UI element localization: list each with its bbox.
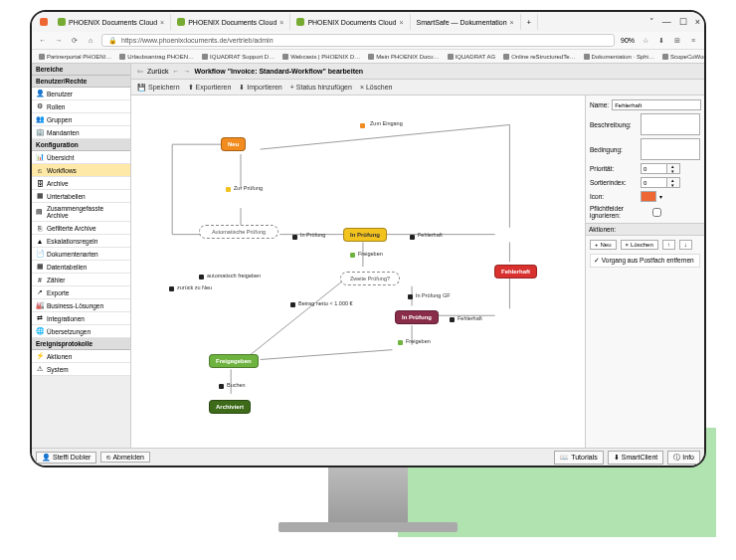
neu-action-button[interactable]: +Neu [590, 240, 617, 250]
bookmark-item[interactable]: IQUADRAT Support D… [199, 54, 277, 60]
sidebar-item-gruppen[interactable]: 👥Gruppen [32, 113, 130, 126]
smartclient-button[interactable]: ⬇SmartClient [608, 451, 664, 465]
decision-zweite-pruefung[interactable]: Zweite Prüfung? [340, 272, 400, 285]
beschreibung-textarea[interactable] [641, 113, 700, 135]
integration-icon: ⇄ [36, 314, 44, 322]
reload-icon[interactable]: ⟳ [70, 37, 80, 45]
dropdown-icon[interactable]: ▾ [659, 193, 662, 200]
pflicht-checkbox[interactable] [652, 208, 661, 217]
user-button[interactable]: 👤Steffi Dobler [36, 452, 96, 464]
sidebar-item-untertabellen[interactable]: ▦Untertabellen [32, 190, 130, 203]
node-in-pruefung-2[interactable]: In Prüfung [395, 310, 439, 324]
info-button[interactable]: ⓘInfo [667, 451, 700, 465]
logout-button[interactable]: ⎋Abmelden [100, 452, 150, 463]
decision-auto-pruefung[interactable]: Automatische Prüfung [199, 225, 278, 239]
tab-2[interactable]: PHOENIX Documents Cloud× [290, 14, 410, 30]
sidebar-item-gefiltert[interactable]: ⎘Gefilterte Archive [32, 222, 130, 235]
bedingung-textarea[interactable] [641, 138, 700, 160]
bookmark-item[interactable]: Online reStructuredTe… [500, 54, 578, 60]
sidebar-item-zusammen[interactable]: ▤Zusammengefasste Archive [32, 203, 130, 222]
sidebar-item-benutzer[interactable]: 👤Benutzer [32, 88, 130, 100]
zoom-level[interactable]: 90% [621, 37, 635, 44]
sidebar-item-system[interactable]: ⚠System [32, 363, 130, 376]
bookmarks-bar: Partnerportal PHOENI… Urlaubsantrag PHOE… [32, 50, 704, 64]
export-button[interactable]: ⬆Exportieren [188, 84, 232, 92]
chevron-down-icon[interactable]: ˅ [649, 17, 654, 27]
workflow-canvas[interactable]: Zum Eingang Neu Zur Prüfung Automatische… [131, 95, 585, 448]
node-label: In Prüfung [350, 232, 380, 238]
sidebar-item-integrationen[interactable]: ⇄Integrationen [32, 312, 130, 325]
prioritaet-spinner[interactable]: ▴▾ [641, 163, 680, 174]
sidebar-item-business[interactable]: 🏭Business-Lösungen [32, 299, 130, 312]
nav-prev-icon[interactable]: ← [172, 68, 179, 75]
sidebar-item-uebersicht[interactable]: 📊Übersicht [32, 151, 130, 164]
connector-dot [350, 253, 355, 258]
minimize-icon[interactable]: — [662, 17, 671, 27]
node-archiviert[interactable]: Archiviert [209, 400, 251, 414]
sidebar-item-dokumentarten[interactable]: 📄Dokumentenarten [32, 248, 130, 261]
back-link[interactable]: Zurück [147, 68, 168, 75]
sidebar-item-rollen[interactable]: ⚙Rollen [32, 100, 130, 113]
bookmark-icon [202, 54, 208, 60]
close-icon[interactable]: × [160, 19, 164, 26]
sidebar-item-eskalation[interactable]: ▲Eskalationsregeln [32, 235, 130, 248]
loeschen-action-button[interactable]: ×Löschen [621, 240, 658, 250]
bookmark-item[interactable]: IQUADRAT AG [445, 54, 498, 60]
move-down-button[interactable]: ↓ [679, 240, 692, 250]
star-icon[interactable]: ☆ [641, 37, 650, 45]
nav-next-icon[interactable]: → [183, 68, 190, 75]
save-button[interactable]: 💾Speichern [137, 84, 180, 92]
spinner-input[interactable] [642, 178, 666, 187]
download-icon[interactable]: ⬇ [656, 37, 666, 45]
sidebar-item-aktionen[interactable]: ⚡Aktionen [32, 350, 130, 363]
bookmark-item[interactable]: Mein PHOENIX Docu… [365, 54, 442, 60]
maximize-icon[interactable]: ☐ [679, 17, 687, 27]
sidebar-item-uebersetzungen[interactable]: 🌐Übersetzungen [32, 325, 130, 338]
sidebar-item-label: Workflows [47, 167, 77, 174]
sidebar-item-zaehler[interactable]: #Zähler [32, 274, 130, 286]
sidebar-item-datentabellen[interactable]: ▦Datentabellen [32, 261, 130, 274]
address-bar: ← → ⟳ ⌂ 🔒 https://www.phoenixdocuments.d… [32, 32, 704, 50]
bookmark-item[interactable]: Webcasts | PHOENIX D… [279, 54, 363, 60]
sidebar-item-workflows[interactable]: ⎌Workflows [32, 164, 130, 177]
delete-button[interactable]: ×Löschen [360, 84, 393, 91]
back-arrow-icon[interactable]: ⇦ [137, 68, 143, 76]
node-fehlerhaft[interactable]: Fehlerhaft [494, 265, 537, 279]
node-in-pruefung[interactable]: In Prüfung [343, 228, 387, 242]
name-input[interactable] [612, 99, 701, 110]
spinner-input[interactable] [642, 164, 666, 173]
tutorials-button[interactable]: 📖Tutorials [554, 451, 604, 465]
home-icon[interactable]: ⌂ [86, 37, 95, 44]
sidebar-item-mandanten[interactable]: 🏢Mandanten [32, 126, 130, 139]
forward-icon[interactable]: → [54, 37, 64, 44]
sidebar-item-archive[interactable]: 🗄Archive [32, 177, 130, 190]
tab-1[interactable]: PHOENIX Documents Cloud× [171, 14, 290, 30]
back-icon[interactable]: ← [38, 37, 48, 44]
sidebar-item-exporte[interactable]: ↗Exporte [32, 286, 130, 299]
icon-swatch[interactable] [641, 191, 656, 202]
close-icon[interactable]: × [279, 19, 283, 26]
node-neu[interactable]: Neu [221, 137, 246, 151]
close-icon[interactable]: × [399, 19, 403, 26]
move-up-button[interactable]: ↑ [662, 240, 675, 250]
new-tab-button[interactable]: + [521, 14, 538, 30]
extensions-icon[interactable]: ⊞ [672, 37, 682, 45]
bookmark-item[interactable]: Urlaubsantrag PHOEN… [116, 54, 197, 60]
add-status-button[interactable]: +Status hinzufügen [290, 84, 352, 91]
bookmark-item[interactable]: ScopeCoWork [659, 54, 704, 60]
sidebar-item-label: Übersicht [47, 154, 74, 161]
close-icon[interactable]: × [510, 19, 514, 26]
node-freigegeben[interactable]: Freigegeben [209, 354, 259, 368]
tab-0[interactable]: PHOENIX Documents Cloud× [52, 14, 171, 30]
close-icon[interactable]: × [695, 17, 700, 27]
spinner-down-icon[interactable]: ▾ [667, 169, 678, 174]
import-button[interactable]: ⬇Importieren [239, 84, 281, 92]
menu-icon[interactable]: ≡ [688, 37, 698, 44]
spinner-down-icon[interactable]: ▾ [667, 183, 678, 188]
sortierindex-spinner[interactable]: ▴▾ [641, 177, 680, 188]
url-input[interactable]: 🔒 https://www.phoenixdocuments.de/vertri… [101, 34, 615, 47]
tab-3[interactable]: SmartSafe — Dokumentation× [411, 14, 521, 30]
bookmark-item[interactable]: Dokumentation · Sphi… [581, 54, 657, 60]
bookmark-item[interactable]: Partnerportal PHOENI… [36, 54, 114, 60]
action-list-item[interactable]: ✓ Vorgang aus Postfach entfernen [590, 254, 700, 268]
